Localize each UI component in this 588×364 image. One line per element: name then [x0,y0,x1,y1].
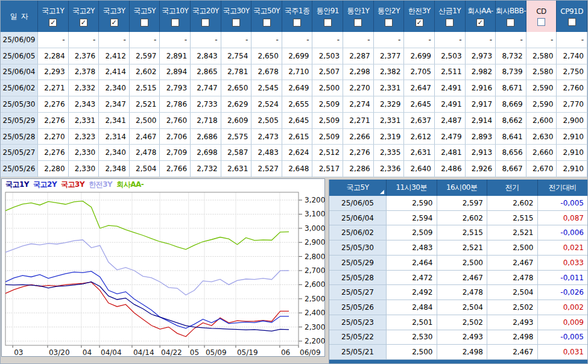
detail-row[interactable]: 25/05/232,5012,5022,4930,009 [329,315,588,330]
col-header-change[interactable]: 전기대비 [538,180,588,196]
column-header-label: 산금1Y [438,6,461,16]
yield-chart-panel: 국고1Y국고2Y국고3Y한전3Y회사AA- 3,2003,1003,0002,9… [1,178,325,357]
rate-value-cell: 2,284 [38,48,69,64]
column-checkbox[interactable] [293,19,301,27]
column-checkbox[interactable] [171,19,179,27]
column-checkbox[interactable]: ✓ [416,19,423,27]
rate-value-cell: 2,509 [312,96,343,112]
col-header-1130[interactable]: 11시30분 [387,180,437,196]
column-header-회사BBB-[interactable]: 회사BBB- [496,1,526,32]
column-header-통안91[interactable]: 통안91 [312,1,343,32]
column-header-CP91D[interactable]: CP91D [557,1,587,32]
detail-value-cell: 2,492 [387,285,437,300]
detail-row[interactable]: 25/06/022,5092,5152,521-0,006 [329,225,588,240]
column-checkbox[interactable] [263,19,271,27]
rate-value-cell: 2,478 [130,145,160,160]
column-checkbox[interactable] [446,19,454,27]
col-header-prev[interactable]: 전기 [487,180,538,196]
column-header-국고2Y[interactable]: 국고2Y✓ [69,1,100,32]
col-header-1600[interactable]: 16시00분 [437,180,488,196]
row-date-cell: 25/06/04 [1,64,38,80]
column-header-국고50Y[interactable]: 국고50Y [251,1,282,32]
table-row[interactable]: 25/06/052,2842,3762,4122,5972,8912,8432,… [1,48,587,64]
table-row[interactable]: 25/05/262,2802,3302,3482,5042,7662,7322,… [1,161,587,177]
rate-value-cell: 2,640 [404,161,435,177]
column-header-산금1Y[interactable]: 산금1Y [435,1,466,32]
detail-value-cell: 2,500 [487,240,538,255]
detail-change-cell: 0,021 [538,240,588,255]
column-header-label: 통안1Y [347,6,369,16]
column-header-CD[interactable]: CD [526,1,557,32]
detail-table-bottom-bar [329,360,588,364]
column-checkbox[interactable]: ✓ [49,19,57,27]
column-header-국고1Y[interactable]: 국고1Y✓ [38,1,69,32]
rate-value-cell: 8,671 [496,80,526,96]
rate-value-cell: 8,739 [496,64,526,80]
column-checkbox[interactable] [232,19,240,27]
column-header-국고3Y[interactable]: 국고3Y✓ [99,1,130,32]
column-checkbox[interactable] [324,19,332,27]
rate-value-cell: 2,376 [69,48,100,64]
detail-date-cell: 25/06/02 [329,225,387,240]
column-header-회사AA-[interactable]: 회사AA-✓ [466,1,496,32]
column-header-한전3Y[interactable]: 한전3Y✓ [404,1,435,32]
column-checkbox[interactable]: ✓ [80,19,87,27]
y-axis-label: 2,400 [305,309,325,317]
rate-value-cell: 2,917 [466,96,496,112]
column-header-국고5Y[interactable]: 국고5Y [130,1,160,32]
table-row[interactable]: 25/06/022,2712,3322,3402,5152,7932,7472,… [1,80,587,96]
column-header-label: 국고1Y [42,6,64,16]
table-row[interactable]: 25/05/292,2762,3312,3412,5002,7602,7182,… [1,113,587,129]
column-checkbox[interactable] [354,19,362,27]
table-row[interactable]: 25/06/042,2932,3782,4142,6022,8942,8652,… [1,64,587,81]
detail-row[interactable]: 25/06/042,5942,6022,5150,087 [329,211,588,226]
column-header-통안2Y[interactable]: 통안2Y [374,1,405,32]
rate-value-cell: 2,500 [130,113,160,128]
rate-value-cell: - [312,32,343,48]
detail-row[interactable]: 25/05/212,5002,4982,4670,031 [329,345,588,360]
rate-value-cell: - [435,32,466,48]
rate-value-cell: 2,699 [404,48,435,64]
row-date-cell: 25/05/29 [1,113,38,128]
detail-row[interactable]: 25/05/282,4722,4672,478-0,011 [329,271,588,286]
detail-row[interactable]: 25/05/222,5302,4932,498-0,005 [329,330,588,345]
rate-value-cell: - [191,32,221,48]
column-checkbox[interactable] [385,19,393,27]
row-date-cell: 25/06/09 [1,32,38,48]
detail-row[interactable]: 25/05/262,4842,5042,5020,002 [329,300,588,315]
table-row[interactable]: 25/06/09------------------ [1,32,587,48]
column-checkbox[interactable]: ✓ [476,19,484,27]
rate-value-cell: 2,481 [435,145,466,160]
column-header-국고30Y[interactable]: 국고30Y [221,1,252,32]
detail-row[interactable]: 25/05/272,4922,4782,504-0,026 [329,285,588,300]
detail-row[interactable]: 25/06/052,5902,5972,602-0,005 [329,196,588,211]
column-header-국주1종[interactable]: 국주1종 [282,1,313,32]
column-checkbox[interactable]: ✓ [110,19,118,27]
y-axis-label: 2,700 [305,266,325,275]
rate-value-cell: 2,340 [99,145,130,160]
rate-value-cell: - [38,32,69,48]
detail-date-cell: 25/05/26 [329,300,387,315]
detail-series-header[interactable]: 국고5Y [329,180,387,196]
table-row[interactable]: 25/05/302,2762,3432,3472,5212,7862,7332,… [1,96,587,113]
column-checkbox[interactable] [507,19,514,27]
column-checkbox[interactable] [141,19,148,27]
column-checkbox[interactable] [568,18,576,26]
x-axis-label: 05/19 [237,348,258,356]
detail-value-cell: 2,521 [487,225,538,240]
column-header-국고10Y[interactable]: 국고10Y [160,1,191,32]
detail-change-cell: -0,026 [538,285,588,300]
column-header-국고20Y[interactable]: 국고20Y [191,1,221,32]
column-checkbox[interactable] [201,19,209,27]
date-column-header[interactable]: 일 자 [1,1,38,32]
column-checkbox[interactable] [537,18,545,26]
table-row[interactable]: 25/05/272,2762,3302,3402,4782,7092,6982,… [1,145,587,161]
table-row[interactable]: 25/05/282,2702,3232,3142,4672,7062,6862,… [1,129,587,145]
detail-change-cell: 0,009 [538,315,588,330]
rate-value-cell: 2,507 [312,64,343,80]
detail-row[interactable]: 25/05/292,4642,5002,4670,033 [329,256,588,271]
rate-value-cell: 2,274 [343,96,374,112]
detail-row[interactable]: 25/05/302,4832,5212,5000,021 [329,240,588,256]
y-axis-label: 3,100 [305,210,325,218]
column-header-통안1Y[interactable]: 통안1Y [343,1,374,32]
